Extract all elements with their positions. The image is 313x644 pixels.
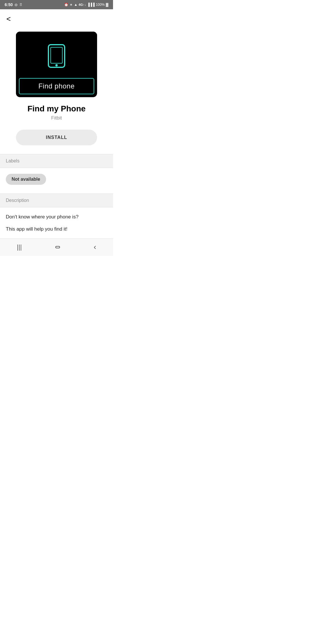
labels-header-text: Labels (6, 158, 19, 163)
alarm-icon: ⏰ (64, 3, 68, 7)
svg-rect-1 (51, 47, 62, 63)
minus-circle-icon: ⊖ (14, 3, 18, 7)
back-button[interactable]: < (5, 13, 12, 25)
bottom-navigation: ||| ‹ (0, 238, 113, 256)
app-title: Find my Phone (28, 104, 86, 113)
battery-percent: 100% (96, 3, 105, 7)
status-right: ⏰ ✴ ▲ 4G↑↓ ▐▐▐ 100% ▓ (64, 3, 108, 7)
labels-section-header: Labels (0, 154, 113, 168)
install-section: INSTALL (0, 124, 113, 154)
svg-point-2 (55, 64, 58, 66)
not-available-badge: Not available (6, 174, 46, 185)
description-section-header: Description (0, 193, 113, 207)
status-time: 6:50 (5, 2, 13, 7)
find-phone-banner-text: Find phone (38, 82, 74, 90)
back-chevron-icon: < (6, 15, 11, 23)
app-icon-area (16, 32, 97, 78)
find-phone-banner[interactable]: Find phone (19, 78, 94, 94)
app-card: Find phone (16, 32, 97, 97)
app-developer: Fitbit (51, 115, 62, 121)
app-info: Find my Phone Fitbit (0, 97, 113, 124)
top-navigation: < (0, 9, 113, 29)
back-nav-icon: ‹ (94, 243, 96, 252)
grid-icon: ⠿ (19, 3, 22, 7)
description-content: Don't know where your phone is? This app… (0, 207, 113, 238)
wifi-icon: ▲ (74, 3, 77, 7)
labels-content: Not available (0, 168, 113, 191)
description-line-1: Don't know where your phone is? (6, 213, 107, 221)
recent-apps-icon: ||| (17, 243, 22, 251)
recent-apps-button[interactable]: ||| (11, 242, 28, 252)
home-icon (55, 246, 60, 248)
status-bar: 6:50 ⊖ ⠿ ⏰ ✴ ▲ 4G↑↓ ▐▐▐ 100% ▓ (0, 0, 113, 9)
signal-icon: 4G↑↓ (79, 3, 86, 6)
install-button[interactable]: INSTALL (16, 130, 97, 145)
app-hero-section: Find phone (0, 29, 113, 97)
battery-icon: ▓ (106, 3, 108, 7)
cellular-bars-icon: ▐▐▐ (87, 3, 95, 7)
bluetooth-icon: ✴ (70, 3, 73, 7)
back-nav-button[interactable]: ‹ (88, 241, 102, 253)
not-available-label: Not available (12, 177, 40, 182)
description-header-text: Description (6, 198, 29, 203)
phone-icon (45, 43, 68, 69)
description-line-2: This app will help you find it! (6, 225, 107, 233)
status-left: 6:50 ⊖ ⠿ (5, 2, 22, 7)
home-button[interactable] (50, 245, 66, 249)
